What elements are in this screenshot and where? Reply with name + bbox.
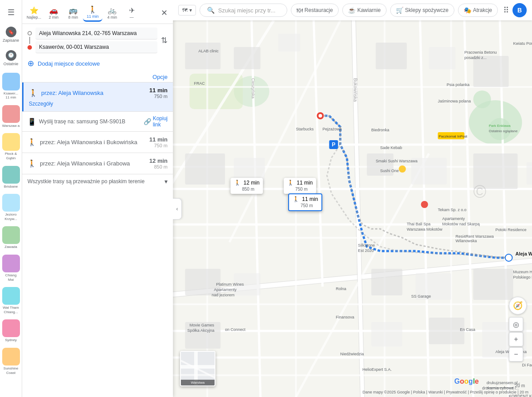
route-line [29,37,30,44]
svg-text:posadzki z...: posadzki z... [465,55,487,60]
terrain-info[interactable]: Wszystkie trasy są przeważnie po płaskim… [22,174,173,189]
tooltip-walk-icon-1: 🚶 [234,180,241,186]
route-dist-1: 750 m [149,94,168,99]
sidebar-item-sydney[interactable]: Sydney [1,318,21,344]
svg-text:Mokotów nad Skarpą: Mokotów nad Skarpą [442,222,480,226]
tooltip-time-2: 11 min [297,180,313,186]
sidebar-item-warszawa[interactable]: Warszaw a [1,103,21,130]
options-button[interactable]: Opcje [153,74,168,80]
mode-best[interactable]: ⭐ Najlep... [24,4,44,21]
sidebar-item-coast[interactable]: SunshineCoast [1,346,21,377]
category-cafes[interactable]: ☕ Kawiarnie [342,4,387,17]
tooltip-dist-1: 850 m [242,187,254,192]
map-area: 🗺 ▾ 🔍 Szukaj miejsc przy tr... 🍽 Restaur… [173,0,532,397]
thumbnail-label: Warstwa [181,380,215,385]
sidebar-item-plock[interactable]: Płock &Gąbin [1,131,21,162]
szczegoly-link[interactable]: Szczegóły [29,101,168,107]
saved-label: Zapisane [3,38,19,43]
dest-dot [27,45,32,50]
collapse-panel-button[interactable]: ‹ [173,198,182,220]
alt-walk-icon-3: 🚶 [27,159,36,168]
svg-text:nad jeziorem: nad jeziorem [212,293,235,297]
coast-thumb [2,348,20,366]
svg-text:Paczkomat InPost: Paczkomat InPost [439,134,468,138]
sidebar-item-zawada[interactable]: Zawada [1,224,21,251]
svg-text:Starbucks: Starbucks [296,127,314,131]
search-icon: 🔍 [207,7,215,14]
svg-text:Movie Games: Movie Games [190,323,215,327]
menu-icon[interactable]: ☰ [2,4,20,21]
map-view-chevron: ▾ [189,7,192,13]
svg-text:Cieszyńska: Cieszyńska [251,78,255,98]
transit-icon: 🚌 [69,6,78,15]
mode-car[interactable]: 🚗 2 min [44,4,63,21]
route-time-dist-1: 11 min 750 m [149,87,168,99]
sidebar-item-saved[interactable]: 🔖 Zapisane [1,24,21,46]
directions-panel: ⭐ Najlep... 🚗 2 min 🚌 8 min 🚶 11 min 🚲 4… [22,0,173,397]
sydney-thumb [2,319,20,337]
svg-text:Finansova: Finansova [336,315,355,319]
category-grocery[interactable]: 🛒 Sklepy spożywcze [390,4,454,17]
restaurant-icon: 🍽 [297,7,303,14]
svg-rect-47 [372,269,403,295]
search-box[interactable]: 🔍 Szukaj miejsc przy tr... [200,4,287,17]
category-restaurants[interactable]: 🍽 Restauracje [291,4,339,17]
svg-rect-4 [190,74,243,109]
alt-route-2[interactable]: 🚶 przez: Aleja Wilanowska i Bukowińska 1… [22,132,173,153]
mode-transit[interactable]: 🚌 8 min [63,4,83,21]
bike-label: 4 min [107,15,117,20]
alt-dist-3: 850 m [149,164,168,169]
copy-label: Kopiujlink [153,115,168,128]
attractions-label: Atrakcje [473,7,492,13]
origin-input[interactable] [35,28,157,39]
highlighted-route[interactable]: 🚶 przez: Aleja Wilanowska 11 min 750 m S… [22,83,173,111]
map-canvas[interactable]: Aleja Wilanowska 214 P ALAB clinic FRAC … [173,20,532,397]
svg-text:Ostatnio oglądane: Ostatnio oglądane [489,129,518,133]
send-to-device-button[interactable]: 📱 Wyślij trasę na: samsung SM-S901B [27,118,125,126]
add-destination[interactable]: ⊕ Dodaj miejsce docelowe [22,57,173,72]
dest-input[interactable] [35,41,157,53]
ksawer-thumb [2,73,20,90]
sidebar-item-brisbane[interactable]: Brisbane [1,164,21,191]
user-avatar[interactable]: B [512,3,527,17]
add-dest-label: Dodaj miejsce docelowe [38,60,100,67]
map-thumbnail[interactable]: Warstwa [180,351,215,386]
mode-bike[interactable]: 🚲 4 min [102,4,122,21]
svg-text:Park Enklawa: Park Enklawa [489,124,511,128]
best-label: Najlep... [27,15,41,20]
sidebar-item-chiang[interactable]: ChiangMai [1,253,21,283]
apps-grid-icon[interactable]: ⠿ [503,5,509,15]
close-button[interactable]: ✕ [157,6,171,20]
swap-button[interactable]: ⇅ [161,35,168,45]
mode-plane[interactable]: ✈ — [122,4,141,21]
mode-walk[interactable]: 🚶 11 min [83,4,102,22]
cafe-icon: ☕ [348,7,356,14]
svg-rect-36 [376,43,407,69]
svg-point-113 [421,201,428,208]
cafe-label: Kawiarnie [357,7,381,13]
svg-rect-44 [527,162,532,185]
zoom-in-button[interactable]: + [509,332,523,346]
collapse-icon: ‹ [176,206,178,212]
alt-route-3[interactable]: 🚶 przez: Aleja Wilanowska i Grabowa 12 m… [22,153,173,174]
map-svg: Aleja Wilanowska 214 P ALAB clinic FRAC … [173,20,532,397]
zoom-out-button[interactable]: − [509,347,523,362]
svg-text:HelioExpert S.A.: HelioExpert S.A. [363,367,392,372]
compass-button[interactable]: 🧭 [509,297,527,314]
scale-line [487,387,513,388]
map-view-toggle[interactable]: 🗺 ▾ [178,5,196,16]
sidebar-item-recent[interactable]: 🕐 Ostatnie [1,47,21,69]
sidebar-item-wat[interactable]: Wat ThamChiang... [1,285,21,316]
copy-link-button[interactable]: 🔗 Kopiujlink [144,115,168,128]
my-location-button[interactable]: ◎ [509,317,523,331]
plane-label: — [130,15,134,20]
sidebar-item-jezioro[interactable]: JezioroKrzyw... [1,192,21,223]
jezioro-label: JezioroKrzyw... [4,212,17,221]
grocery-icon: 🛒 [396,7,403,14]
tooltip-dist-2: 750 m [295,187,308,192]
svg-text:Wilanowska: Wilanowska [456,239,477,243]
category-attractions[interactable]: 🎭 Atrakcje [458,4,498,17]
tooltip-walk-icon-2: 🚶 [287,180,294,186]
route-header: 🚶 przez: Aleja Wilanowska 11 min 750 m [29,87,168,99]
sidebar-item-ksawer[interactable]: Ksawer...11 min [1,71,21,102]
